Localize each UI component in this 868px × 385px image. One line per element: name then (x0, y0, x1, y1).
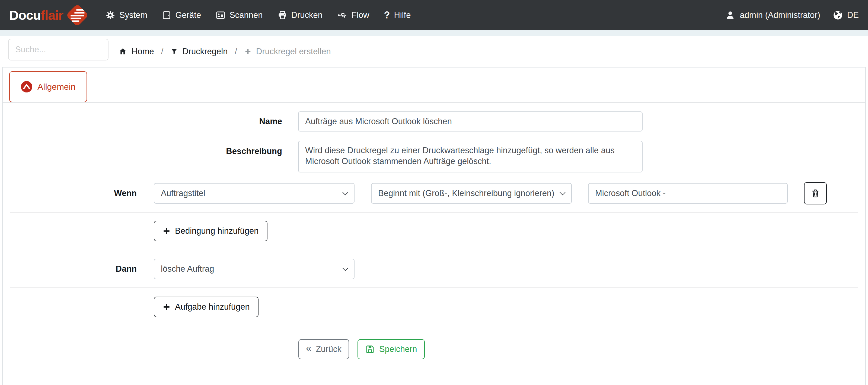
language-code: DE (847, 10, 859, 20)
plus-icon (244, 48, 252, 55)
brand-docu: Docu (9, 8, 41, 23)
nav-item-system[interactable]: System (105, 10, 147, 20)
tablet-icon (162, 10, 171, 20)
description-label: Beschreibung (3, 141, 282, 162)
brand-flair: flair (41, 8, 63, 23)
row-divider (10, 212, 858, 213)
when-label: Wenn (3, 183, 137, 204)
when-operator-select[interactable]: Beginnt mit (Groß-, Kleinschreibung igno… (371, 183, 572, 204)
accent-strip (0, 30, 868, 36)
breadcrumb: Home / Druckregeln / Druckregel erstelle… (119, 36, 331, 67)
then-action-selected: lösche Auftrag (161, 259, 337, 279)
alert-circle-icon (21, 81, 33, 93)
nav-item-label: Hilfe (394, 10, 411, 20)
description-textarea[interactable]: Wird diese Druckregel zu einer Druckwart… (298, 141, 643, 172)
id-card-icon (216, 10, 225, 20)
chevrons-left-icon: « (306, 344, 311, 353)
chevron-down-icon (342, 192, 348, 196)
content-card: Allgemein Name Beschreibung Wird diese D… (2, 67, 866, 385)
search-input[interactable] (8, 39, 108, 60)
nav-item-label: Drucken (291, 10, 322, 20)
nav-item-drucken[interactable]: Drucken (278, 10, 322, 20)
top-navbar: Docuflair (0, 0, 868, 30)
nav-item-label: Scannen (229, 10, 262, 20)
nav-item-label: System (119, 10, 147, 20)
nav-item-flow[interactable]: Flow (337, 10, 369, 20)
chevron-down-icon (342, 267, 348, 271)
save-button[interactable]: Speichern (358, 339, 425, 359)
globe-icon (833, 10, 843, 20)
toolbar: Home / Druckregeln / Druckregel erstelle… (0, 36, 868, 67)
then-action-select[interactable]: lösche Auftrag (154, 259, 354, 279)
trash-icon (810, 188, 820, 198)
add-task-label: Aufgabe hinzufügen (175, 302, 250, 312)
save-label: Speichern (379, 344, 417, 354)
add-condition-label: Bedingung hinzufügen (175, 226, 259, 236)
question-icon: ? (384, 10, 390, 20)
user-menu[interactable]: admin (Administrator) (725, 10, 820, 20)
funnel-icon (170, 48, 178, 55)
tab-label: Allgemein (37, 82, 76, 92)
home-icon (119, 47, 127, 56)
name-input[interactable] (298, 111, 643, 131)
delete-condition-button[interactable] (804, 182, 827, 204)
breadcrumb-label: Druckregeln (182, 46, 227, 56)
name-label: Name (3, 111, 282, 131)
plus-icon (162, 303, 170, 311)
person-icon (725, 10, 735, 20)
nav-menu: System Geräte Scannen (105, 10, 411, 20)
add-task-button[interactable]: Aufgabe hinzufügen (154, 297, 258, 317)
plus-icon (162, 227, 170, 235)
back-button[interactable]: « Zurück (299, 339, 349, 359)
nav-item-label: Flow (351, 10, 369, 20)
nav-item-scannen[interactable]: Scannen (216, 10, 262, 20)
printer-icon (278, 10, 287, 20)
breadcrumb-label: Home (131, 46, 154, 56)
breadcrumb-home[interactable]: Home (119, 46, 154, 56)
user-name: admin (Administrator) (740, 10, 820, 20)
breadcrumb-label: Druckregel erstellen (256, 46, 331, 56)
nav-item-hilfe[interactable]: ? Hilfe (384, 10, 411, 20)
nav-item-geraete[interactable]: Geräte (162, 10, 201, 20)
breadcrumb-separator: / (159, 46, 166, 56)
brand-diamond-icon (65, 3, 89, 27)
breadcrumb-druckregeln[interactable]: Druckregeln (170, 46, 227, 56)
row-divider (10, 250, 858, 250)
row-divider (10, 287, 858, 288)
nav-item-label: Geräte (175, 10, 201, 20)
when-operator-selected: Beginnt mit (Groß-, Kleinschreibung igno… (378, 184, 554, 203)
breadcrumb-current: Druckregel erstellen (244, 46, 331, 56)
brand-logo[interactable]: Docuflair (9, 3, 89, 27)
tabs-row: Allgemein (3, 67, 865, 103)
back-label: Zurück (316, 344, 341, 354)
when-value-input[interactable] (588, 183, 788, 204)
page: Docuflair (0, 0, 868, 385)
language-menu[interactable]: DE (833, 10, 859, 20)
floppy-disk-icon (365, 344, 375, 354)
gear-icon (105, 10, 115, 20)
when-field-selected: Auftragstitel (161, 184, 337, 203)
nav-right: admin (Administrator) DE (725, 10, 859, 20)
then-label: Dann (3, 259, 137, 279)
add-condition-button[interactable]: Bedingung hinzufügen (154, 221, 268, 241)
breadcrumb-separator: / (232, 46, 239, 56)
when-field-select[interactable]: Auftragstitel (154, 183, 354, 204)
usb-icon (337, 10, 347, 20)
chevron-down-icon (559, 192, 566, 196)
tab-allgemein[interactable]: Allgemein (9, 71, 87, 102)
